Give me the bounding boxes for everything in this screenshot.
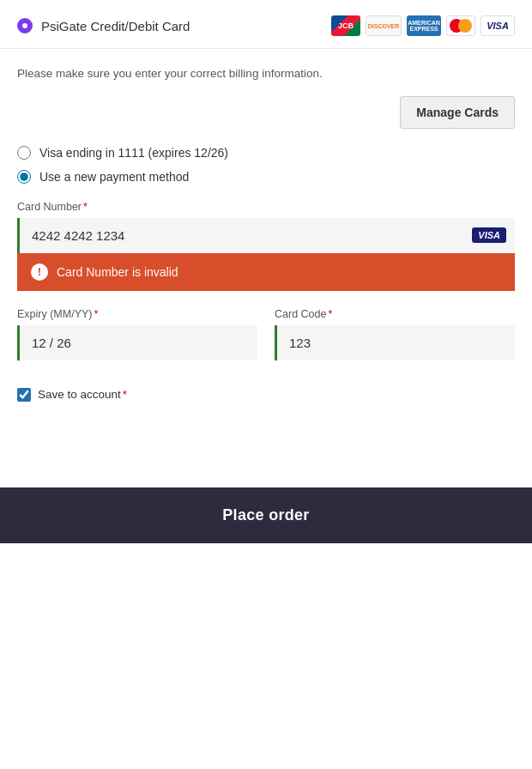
card-code-group: Card Code* — [275, 308, 515, 360]
existing-card-label: Visa ending in 1111 (expires 12/26) — [39, 146, 228, 160]
visa-header-logo: VISA — [481, 15, 515, 36]
visa-card-badge: VISA — [472, 227, 506, 243]
payment-method-title: PsiGate Credit/Debit Card — [41, 19, 190, 33]
billing-notice: Please make sure you enter your correct … — [17, 66, 515, 82]
cvv-required-star: * — [328, 308, 332, 320]
mastercard-logo — [446, 15, 475, 36]
existing-card-radio[interactable] — [17, 146, 31, 160]
save-to-account-checkbox[interactable] — [17, 388, 31, 402]
error-message: Card Number is invalid — [57, 265, 178, 279]
new-card-radio[interactable] — [17, 170, 31, 184]
card-code-label: Card Code* — [275, 308, 515, 320]
card-code-input[interactable] — [277, 325, 515, 360]
new-card-label: Use a new payment method — [39, 170, 189, 184]
manage-cards-button[interactable]: Manage Cards — [400, 96, 515, 129]
existing-card-option[interactable]: Visa ending in 1111 (expires 12/26) — [17, 146, 515, 160]
payment-radio-options: Visa ending in 1111 (expires 12/26) Use … — [17, 146, 515, 184]
place-order-button[interactable]: Place order — [0, 487, 532, 543]
new-card-option[interactable]: Use a new payment method — [17, 170, 515, 184]
error-icon: ! — [31, 263, 48, 281]
required-star: * — [83, 201, 88, 213]
header-left: PsiGate Credit/Debit Card — [17, 18, 190, 33]
save-required-star: * — [123, 388, 127, 401]
expiry-input-wrapper — [17, 325, 257, 360]
discover-logo: DISCOVER — [366, 15, 402, 36]
footer: Place order — [0, 487, 532, 543]
body-section: Please make sure you enter your correct … — [0, 49, 532, 419]
expiry-required-star: * — [94, 308, 99, 320]
amex-logo: AMERICAN EXPRESS — [407, 15, 441, 36]
payment-selected-indicator — [17, 18, 33, 33]
card-form: Card Number* VISA ! Card Number is inval… — [17, 201, 515, 402]
card-logos: JCB DISCOVER AMERICAN EXPRESS VISA — [331, 15, 515, 36]
expiry-group: Expiry (MM/YY)* — [17, 308, 257, 360]
save-to-account-row: Save to account* — [17, 388, 515, 402]
card-number-group: Card Number* VISA ! Card Number is inval… — [17, 201, 515, 291]
expiry-label: Expiry (MM/YY)* — [17, 308, 257, 320]
save-to-account-label[interactable]: Save to account* — [38, 388, 127, 401]
card-number-error-banner: ! Card Number is invalid — [17, 253, 515, 291]
payment-header: PsiGate Credit/Debit Card JCB DISCOVER A… — [0, 0, 532, 49]
expiry-input[interactable] — [20, 325, 257, 360]
expiry-cvv-row: Expiry (MM/YY)* Card Code* — [17, 308, 515, 374]
card-number-input-wrapper: VISA — [17, 218, 515, 253]
spacer — [0, 419, 532, 487]
jcb-logo: JCB — [331, 15, 360, 36]
card-number-label: Card Number* — [17, 201, 515, 213]
card-number-input[interactable] — [20, 218, 515, 253]
card-code-input-wrapper — [275, 325, 515, 360]
